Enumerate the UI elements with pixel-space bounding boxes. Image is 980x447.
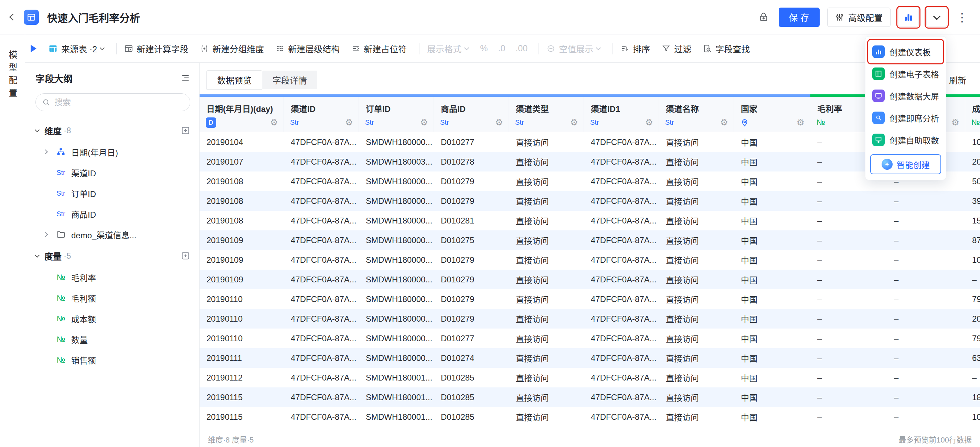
- column-header[interactable]: 渠道名称Str⚙: [659, 97, 734, 132]
- table-cell: 20190110: [200, 334, 284, 343]
- column-header[interactable]: 渠道IDStr⚙: [284, 97, 359, 132]
- geo-type-icon: [740, 118, 749, 127]
- new-group-dimension-button[interactable]: 新建分组维度: [200, 42, 264, 55]
- table-cell: 10: [965, 255, 980, 265]
- menu-item-create-data-screen[interactable]: 创建数据大屏: [869, 85, 942, 107]
- model-config-tab[interactable]: 模型配置: [6, 50, 19, 447]
- measure-item-sales[interactable]: № 销售额: [35, 350, 190, 370]
- display-format-button[interactable]: 展示格式: [427, 42, 468, 55]
- column-settings-gear-icon[interactable]: ⚙: [420, 117, 428, 128]
- table-cell: –: [887, 314, 965, 324]
- percent-format-button[interactable]: %: [480, 43, 488, 53]
- table-cell: 直接访问: [509, 372, 584, 384]
- table-cell: SMDWH180003...: [359, 157, 434, 167]
- outline-list-icon[interactable]: [181, 73, 190, 84]
- tab-data-preview[interactable]: 数据预览: [207, 70, 262, 89]
- divider: [116, 43, 117, 54]
- column-settings-gear-icon[interactable]: ⚙: [645, 117, 653, 128]
- search-input[interactable]: [35, 93, 190, 111]
- left-rail: 模型配置: [0, 34, 25, 447]
- table-cell: –: [887, 294, 965, 304]
- column-settings-gear-icon[interactable]: ⚙: [345, 117, 353, 128]
- table-cell: 直接访问: [659, 175, 734, 187]
- table-row: 2019010947DFCF0A-87A...SMDWH180000...D01…: [200, 230, 980, 250]
- column-header[interactable]: 渠道类型Str⚙: [509, 97, 584, 132]
- table-row: 2019010747DFCF0A-87A...SMDWH180003...D01…: [200, 152, 980, 171]
- measure-item-gross-margin-rate[interactable]: № 毛利率: [35, 267, 190, 287]
- column-header[interactable]: 订单IDStr⚙: [359, 97, 434, 132]
- table-cell: 中国: [734, 214, 810, 227]
- decrease-decimal-button[interactable]: .0: [498, 43, 506, 53]
- new-hierarchy-button[interactable]: 新建层级结构: [275, 42, 340, 55]
- column-name: 渠道类型: [509, 97, 584, 114]
- column-header[interactable]: 国家⚙: [734, 97, 810, 132]
- expand-panel-triangle-icon[interactable]: [30, 45, 37, 52]
- dimensions-section-header[interactable]: 维度 ·8: [35, 120, 190, 142]
- column-settings-gear-icon[interactable]: ⚙: [270, 117, 278, 128]
- save-button[interactable]: 保 存: [779, 8, 820, 27]
- column-settings-gear-icon[interactable]: ⚙: [570, 117, 578, 128]
- table-cell: 直接访问: [509, 273, 584, 286]
- source-table-selector[interactable]: 来源表 ·2: [48, 42, 104, 55]
- string-type-icon: Str: [54, 169, 68, 177]
- column-settings-gear-icon[interactable]: ⚙: [720, 117, 728, 128]
- column-header[interactable]: 商品IDStr⚙: [434, 97, 509, 132]
- measure-item-cost[interactable]: № 成本额: [35, 308, 190, 329]
- lock-icon[interactable]: [756, 10, 771, 25]
- new-placeholder-label: 新建占位符: [364, 42, 407, 55]
- create-dashboard-shortcut-button[interactable]: [898, 8, 919, 27]
- dimension-item-product-id[interactable]: Str 商品ID: [35, 204, 190, 224]
- sort-button[interactable]: 排序: [620, 42, 650, 55]
- table-cell: 20190108: [200, 177, 284, 186]
- new-placeholder-button[interactable]: 新建占位符: [351, 42, 407, 55]
- table-body: 2019010447DFCF0A-87A...SMDWH180000...D01…: [200, 132, 980, 427]
- table-cell: D010277: [434, 137, 509, 147]
- dimension-item-order-id[interactable]: Str 订单ID: [35, 183, 190, 204]
- dimension-item-channel-id[interactable]: Str 渠道ID: [35, 162, 190, 183]
- quickbi-dataset-editor: 快速入门毛利率分析 保 存 高级配置 ⋮ 模型配置: [0, 0, 980, 447]
- new-calc-field-button[interactable]: 新建计算字段: [124, 42, 188, 55]
- table-cell: 直接访问: [509, 156, 584, 168]
- measures-section-header[interactable]: 度量 ·5: [35, 245, 190, 267]
- advanced-config-button[interactable]: 高级配置: [827, 8, 891, 27]
- null-display-button[interactable]: 空值展示: [546, 42, 600, 55]
- create-menu-toggle-button[interactable]: [926, 8, 947, 27]
- column-settings-gear-icon[interactable]: ⚙: [797, 117, 805, 128]
- back-button[interactable]: [10, 14, 16, 20]
- more-menu-icon[interactable]: ⋮: [955, 10, 970, 25]
- column-settings-gear-icon[interactable]: ⚙: [951, 117, 959, 128]
- add-measure-icon[interactable]: [181, 251, 190, 261]
- measure-item-gross-margin-amount[interactable]: № 毛利额: [35, 287, 190, 308]
- smart-create-button[interactable]: 智能创建: [870, 154, 941, 174]
- column-header[interactable]: 成本额№⚙: [965, 97, 980, 132]
- preview-table: 日期(年月日)(day)D⚙渠道IDStr⚙订单IDStr⚙商品IDStr⚙渠道…: [200, 94, 980, 431]
- filter-button[interactable]: 过滤: [662, 42, 691, 55]
- column-header[interactable]: 日期(年月日)(day)D⚙: [200, 97, 284, 132]
- measure-item-quantity[interactable]: № 数量: [35, 329, 190, 350]
- table-cell: 20190108: [200, 216, 284, 225]
- table-cell: 直接访问: [659, 273, 734, 286]
- add-dimension-icon[interactable]: [181, 126, 190, 135]
- filter-funnel-icon: [662, 44, 671, 53]
- menu-item-create-adhoc-analysis[interactable]: 创建即席分析: [869, 107, 942, 129]
- dataset-app-icon: [24, 10, 39, 25]
- menu-item-create-self-service-fetch[interactable]: 创建自助取数: [869, 129, 942, 151]
- table-cell: 直接访问: [509, 254, 584, 266]
- table-cell: SMDWH180000...: [359, 334, 434, 343]
- table-cell: –: [810, 236, 887, 245]
- table-cell: 直接访问: [509, 313, 584, 325]
- menu-item-create-spreadsheet[interactable]: 创建电子表格: [869, 63, 942, 85]
- dimension-item-date[interactable]: 日期(年月日): [35, 142, 190, 162]
- column-header[interactable]: 渠道ID1Str⚙: [584, 97, 659, 132]
- tab-field-detail[interactable]: 字段详情: [262, 70, 317, 89]
- column-settings-gear-icon[interactable]: ⚙: [495, 117, 503, 128]
- table-cell: 直接访问: [659, 411, 734, 423]
- table-cell: D010285: [434, 393, 509, 402]
- measures-count: ·5: [64, 251, 71, 261]
- table-cell: 直接访问: [659, 313, 734, 325]
- dimension-item-channel-info-folder[interactable]: demo_渠道信息...: [35, 224, 190, 245]
- dimension-label: 渠道ID: [71, 167, 96, 179]
- increase-decimal-button[interactable]: .00: [515, 43, 528, 53]
- menu-item-create-dashboard[interactable]: 创建仪表板: [869, 41, 942, 63]
- field-search-button[interactable]: 字段查找: [703, 42, 750, 55]
